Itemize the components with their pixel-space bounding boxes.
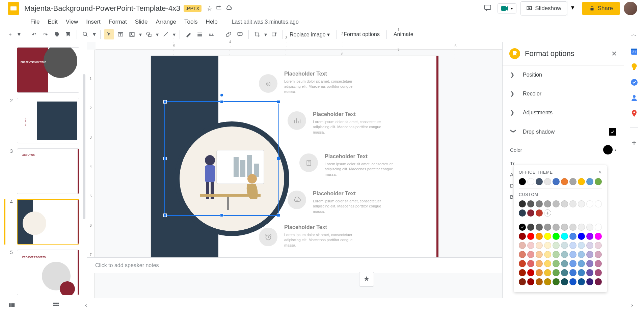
line-tool[interactable] [161, 29, 171, 39]
color-swatch[interactable] [578, 278, 585, 285]
menu-view[interactable]: View [66, 19, 78, 25]
color-swatch[interactable] [569, 224, 576, 231]
move-icon[interactable] [216, 5, 222, 12]
color-swatch[interactable] [578, 224, 585, 231]
selection-box[interactable] [164, 101, 279, 216]
print-button[interactable] [52, 29, 62, 39]
drop-shadow-section[interactable]: ❯ Drop shadow ✓ [503, 122, 624, 142]
color-swatch[interactable] [586, 224, 593, 231]
color-swatch[interactable] [527, 200, 534, 207]
position-section[interactable]: ❯ Position [503, 65, 624, 84]
color-swatch-selected[interactable] [519, 224, 526, 231]
color-swatch[interactable] [561, 233, 568, 240]
color-swatch[interactable] [561, 200, 568, 207]
menu-format[interactable]: Format [109, 19, 127, 25]
color-swatch[interactable] [561, 251, 568, 258]
color-swatch[interactable] [553, 242, 560, 249]
new-slide-dropdown[interactable]: ▼ [17, 29, 22, 39]
resize-handle-w[interactable] [163, 157, 167, 160]
comments-icon[interactable] [484, 4, 492, 13]
color-swatch[interactable] [527, 242, 534, 249]
color-swatch[interactable] [561, 278, 568, 285]
placeholder-4[interactable]: Placeholder TextLorem ipsum dolor sit am… [288, 191, 394, 214]
paint-format-button[interactable] [63, 29, 73, 39]
color-swatch[interactable] [553, 178, 560, 185]
color-swatch[interactable] [544, 200, 551, 207]
canvas-area[interactable]: · · · · 1 · · · · 2 · · · · 3 · · · · 4 … [87, 42, 502, 304]
color-swatch[interactable] [569, 260, 576, 267]
color-swatch[interactable] [578, 178, 585, 185]
color-swatch[interactable] [595, 242, 602, 249]
color-swatch[interactable] [569, 251, 576, 258]
color-swatch[interactable] [519, 233, 526, 240]
color-swatch[interactable] [519, 260, 526, 267]
resize-handle-se[interactable] [277, 214, 280, 217]
zoom-dropdown[interactable]: ▼ [92, 29, 97, 39]
resize-handle-n[interactable] [220, 100, 223, 104]
color-swatch[interactable] [586, 260, 593, 267]
color-swatch[interactable] [595, 224, 602, 231]
new-slide-button[interactable]: + [5, 29, 15, 39]
slide-canvas[interactable]: ◎ Placeholder TextLorem ipsum dolor sit … [151, 56, 438, 272]
resize-handle-nw[interactable] [163, 100, 167, 104]
explore-button[interactable] [359, 272, 374, 287]
color-swatch[interactable] [536, 209, 543, 217]
select-tool[interactable] [104, 29, 114, 39]
color-swatch[interactable] [544, 233, 551, 240]
shape-tool[interactable] [144, 29, 154, 39]
slide-thumb-2[interactable]: AGENDA [17, 98, 79, 143]
resize-handle-e[interactable] [277, 157, 280, 160]
star-icon[interactable]: ☆ [207, 4, 213, 12]
avatar[interactable] [624, 2, 637, 15]
color-picker-button[interactable] [603, 145, 613, 154]
close-panel-button[interactable]: ✕ [611, 50, 617, 58]
color-swatch[interactable] [578, 200, 585, 207]
color-swatch[interactable] [561, 242, 568, 249]
color-swatch[interactable] [561, 260, 568, 267]
color-swatch[interactable] [519, 269, 526, 276]
menu-tools[interactable]: Tools [184, 19, 198, 25]
color-swatch[interactable] [544, 242, 551, 249]
color-swatch[interactable] [527, 209, 534, 217]
shape-dropdown[interactable]: ▾ [155, 29, 159, 39]
color-swatch[interactable] [536, 251, 543, 258]
placeholder-2[interactable]: Placeholder TextLorem ipsum dolor sit am… [288, 111, 394, 135]
color-swatch[interactable] [553, 200, 560, 207]
color-swatch[interactable] [527, 233, 534, 240]
textbox-tool[interactable] [115, 29, 126, 39]
color-swatch[interactable] [536, 200, 543, 207]
edit-theme-button[interactable]: ✎ [598, 170, 602, 175]
slide-thumb-1[interactable]: PRESENTATION TITLE [17, 47, 79, 93]
menu-arrange[interactable]: Arrange [156, 19, 176, 25]
adjustments-section[interactable]: ❯ Adjustments [503, 103, 624, 122]
color-swatch[interactable] [569, 200, 576, 207]
resize-handle-sw[interactable] [163, 214, 167, 217]
color-swatch[interactable] [536, 260, 543, 267]
placeholder-5[interactable]: Placeholder TextLorem ipsum dolor sit am… [259, 228, 365, 248]
filmstrip-view-button[interactable] [7, 300, 17, 310]
last-edit-link[interactable]: Last edit was 3 minutes ago [232, 19, 299, 25]
share-button[interactable]: Share [582, 2, 620, 15]
grid-view-button[interactable] [51, 300, 61, 310]
undo-button[interactable]: ↶ [29, 29, 39, 39]
color-swatch[interactable] [553, 269, 560, 276]
color-swatch[interactable] [586, 178, 593, 185]
rotation-handle[interactable] [220, 93, 223, 97]
color-swatch[interactable] [544, 269, 551, 276]
placeholder-3[interactable]: Placeholder TextLorem ipsum dolor sit am… [299, 153, 406, 177]
collapse-right-button[interactable]: › [627, 300, 637, 310]
color-swatch[interactable] [536, 269, 543, 276]
color-swatch[interactable] [527, 224, 534, 231]
slideshow-dropdown[interactable]: ▼ [567, 1, 578, 16]
color-swatch[interactable] [527, 269, 534, 276]
color-swatch[interactable] [553, 278, 560, 285]
color-swatch[interactable] [595, 233, 602, 240]
redo-button[interactable]: ↷ [40, 29, 50, 39]
color-swatch[interactable] [595, 200, 602, 207]
thumbnail-panel[interactable]: PRESENTATION TITLE 2 AGENDA 3 ABOUT US 4 [0, 42, 87, 304]
color-swatch[interactable] [578, 251, 585, 258]
placeholder-1[interactable]: ◎ Placeholder TextLorem ipsum dolor sit … [259, 74, 365, 94]
color-swatch[interactable] [519, 278, 526, 285]
color-swatch[interactable] [519, 251, 526, 258]
slides-logo[interactable] [7, 2, 20, 15]
